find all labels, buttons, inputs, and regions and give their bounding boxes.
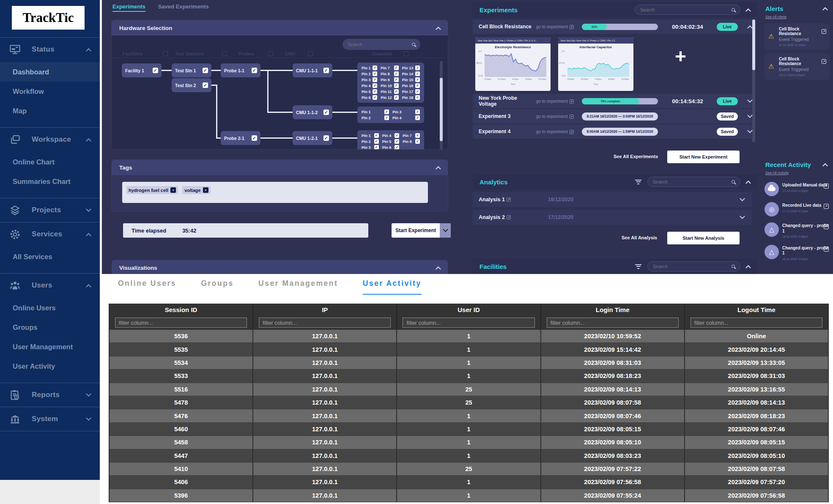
analytics-search[interactable] — [647, 177, 740, 187]
tab-groups[interactable]: Groups — [201, 279, 233, 294]
pin-checkbox[interactable]: ✓ — [373, 89, 377, 94]
experiments-search[interactable] — [635, 5, 740, 15]
pin-checkbox[interactable]: ✓ — [394, 71, 399, 76]
external-link-icon[interactable]: ↗ — [824, 184, 829, 189]
pin-checkbox[interactable]: ✓ — [415, 110, 420, 114]
node-checkbox[interactable]: ✓ — [203, 68, 208, 73]
pin-checkbox[interactable]: ✓ — [415, 66, 420, 70]
node-facility-1[interactable]: Facility 1✓ — [122, 63, 162, 77]
table-row[interactable]: 5516 127.0.0.1 25 2023/02/09 08:14:13 20… — [110, 383, 829, 396]
pin-checkbox[interactable]: ✓ — [374, 145, 379, 149]
chevron-down-icon[interactable] — [747, 112, 753, 118]
sidebar-item-workflow[interactable]: Workflow — [0, 82, 100, 101]
pin-checkbox[interactable]: ✓ — [415, 83, 420, 88]
external-link-icon[interactable]: ↗ — [824, 204, 829, 209]
column-checkbox[interactable] — [403, 51, 408, 56]
table-row[interactable]: 5458 127.0.0.1 1 2023/02/09 08:05:10 202… — [110, 436, 829, 449]
external-link-icon[interactable]: ↗ — [507, 215, 511, 219]
filter-icon[interactable] — [635, 180, 641, 184]
filter-login-time-input[interactable] — [547, 318, 679, 328]
tags-input[interactable]: hydrogen fuel cell x voltage x — [122, 182, 428, 203]
chevron-up-icon[interactable] — [436, 166, 441, 171]
filter-ip-input[interactable] — [259, 318, 391, 328]
pin-checkbox[interactable]: ✓ — [394, 66, 399, 70]
start-experiment-dropdown[interactable] — [440, 223, 451, 238]
node-checkbox[interactable]: ✓ — [203, 82, 208, 88]
chevron-down-icon[interactable] — [740, 196, 745, 201]
pin-checkbox[interactable]: ✓ — [373, 83, 377, 88]
sidebar-item-summaries-chart[interactable]: Summaries Chart — [0, 172, 100, 191]
table-row[interactable]: 5476 127.0.0.1 1 2023/02/09 08:07:46 202… — [110, 409, 829, 422]
pin-checkbox[interactable]: ✓ — [415, 95, 420, 100]
chevron-up-icon[interactable] — [86, 48, 91, 53]
pin-checkbox[interactable]: ✓ — [415, 133, 420, 138]
pin-checkbox[interactable]: ✓ — [373, 66, 377, 70]
sidebar-section-services[interactable]: Services — [0, 222, 100, 246]
see-all-alerts-link[interactable]: See All Alerts — [765, 15, 786, 19]
column-checkbox[interactable] — [308, 51, 313, 56]
hardware-search[interactable] — [343, 39, 420, 50]
sidebar-item-user-management[interactable]: User Management — [0, 337, 100, 356]
hardware-search-input[interactable] — [348, 42, 412, 47]
chevron-down-icon[interactable] — [86, 415, 91, 421]
pin-checkbox[interactable]: ✓ — [415, 71, 420, 76]
facilities-search[interactable] — [647, 261, 740, 271]
sidebar-section-reports[interactable]: Reports — [0, 383, 100, 407]
tab-user-activity[interactable]: User Activity — [363, 279, 422, 295]
tab-experiments[interactable]: Experiments — [112, 3, 145, 12]
mini-chart-card[interactable]: New York Std / New York 3 / Probe 1 / CM… — [558, 37, 633, 91]
chevron-up-icon[interactable] — [747, 25, 753, 30]
node-cmu-1-1-1[interactable]: CMU 1-1-1✓ — [293, 63, 332, 77]
sidebar-section-workspace[interactable]: Workspace — [0, 128, 100, 151]
node-checkbox[interactable]: ✓ — [252, 68, 257, 73]
pin-checkbox[interactable]: ✓ — [394, 89, 399, 94]
go-to-experiment-link[interactable]: go to experiment↗ — [536, 99, 582, 104]
node-checkbox[interactable]: ✓ — [252, 135, 257, 141]
analytics-search-input[interactable] — [653, 179, 732, 184]
table-row[interactable]: 5447 127.0.0.1 1 2023/02/09 08:03:23 202… — [110, 449, 829, 463]
start-new-experiment-button[interactable]: Start New Experiment — [667, 151, 740, 163]
pin-checkbox[interactable]: ✓ — [394, 77, 399, 82]
experiments-search-input[interactable] — [640, 7, 732, 12]
external-link-icon[interactable]: ↗ — [824, 247, 829, 252]
pin-checkbox[interactable]: ✓ — [395, 145, 399, 149]
chevron-up-icon[interactable] — [822, 7, 828, 13]
sidebar-section-system[interactable]: System — [0, 407, 100, 431]
see-all-activity-link[interactable]: See All Activity — [765, 171, 789, 175]
sidebar-section-users[interactable]: Users — [0, 274, 100, 297]
tab-saved-experiments[interactable]: Saved Experiments — [158, 3, 209, 10]
chevron-down-icon[interactable] — [86, 206, 91, 212]
external-link-icon[interactable]: ↗ — [822, 59, 826, 64]
chevron-down-icon[interactable] — [86, 391, 91, 397]
filter-logout-time-input[interactable] — [691, 318, 822, 328]
mini-chart-card[interactable]: New York Std / New York 1 / Probe 2 / CM… — [475, 37, 551, 91]
go-to-experiment-link[interactable]: go to experiment↗ — [536, 114, 582, 119]
node-probe-2-1[interactable]: Probe 2-1✓ — [221, 131, 260, 145]
table-row[interactable]: 5460 127.0.0.1 1 2023/02/09 08:05:15 202… — [110, 423, 829, 436]
node-cmu-1-1-2[interactable]: CMU 1-1-2✓ — [293, 105, 332, 119]
column-checkbox[interactable] — [268, 51, 273, 56]
chevron-up-icon[interactable] — [745, 180, 751, 186]
sidebar-item-dashboard[interactable]: Dashboard — [0, 62, 100, 82]
pin-checkbox[interactable]: ✓ — [374, 139, 379, 144]
pin-checkbox[interactable]: ✓ — [415, 115, 420, 120]
table-row[interactable]: 5535 127.0.0.1 1 2023/02/09 15:14:42 202… — [110, 343, 829, 356]
node-test-stn-2[interactable]: Test Stn 2✓ — [172, 78, 211, 92]
pin-checkbox[interactable]: ✓ — [415, 89, 420, 94]
external-link-icon[interactable]: ↗ — [507, 197, 511, 202]
node-checkbox[interactable]: ✓ — [323, 68, 329, 73]
table-row[interactable]: 5478 127.0.0.1 25 2023/02/09 08:07:58 20… — [110, 396, 829, 409]
table-row[interactable]: 5410 127.0.0.1 25 2023/02/09 07:57:22 20… — [110, 463, 829, 476]
node-checkbox[interactable]: ✓ — [323, 135, 329, 141]
column-checkbox[interactable] — [163, 51, 168, 56]
chevron-up-icon[interactable] — [745, 265, 751, 270]
scrollbar-thumb[interactable] — [752, 19, 755, 70]
see-all-analysis-link[interactable]: See All Analysis — [622, 235, 657, 240]
table-row[interactable]: 5533 127.0.0.1 1 2023/02/09 08:18:23 202… — [110, 370, 829, 383]
visualizations-header[interactable]: Visualizations — [112, 260, 448, 274]
chevron-up-icon[interactable] — [436, 26, 441, 32]
chevron-up-icon[interactable] — [86, 233, 91, 238]
pin-checkbox[interactable]: ✓ — [415, 77, 420, 82]
pin-checkbox[interactable]: ✓ — [374, 133, 379, 138]
remove-tag-icon[interactable]: x — [170, 187, 176, 193]
